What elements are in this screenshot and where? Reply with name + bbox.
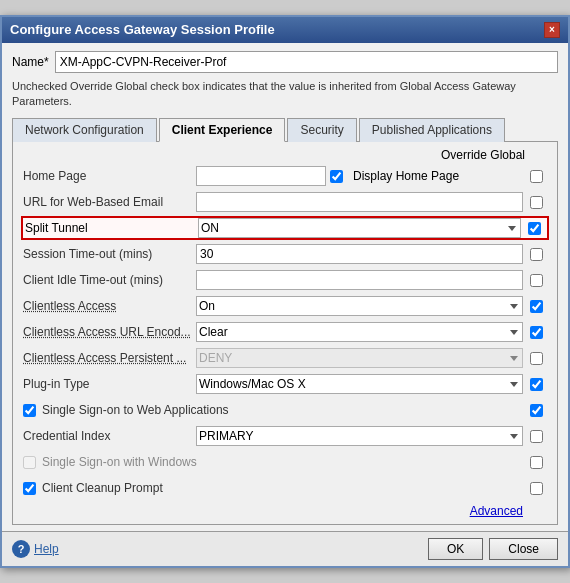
display-home-page-checkbox[interactable] [330, 170, 343, 183]
url-web-email-override-checkbox[interactable] [530, 196, 543, 209]
advanced-link[interactable]: Advanced [21, 504, 549, 518]
clientless-persistent-label: Clientless Access Persistent ... [21, 351, 196, 365]
client-idle-timeout-override-col [523, 274, 549, 287]
dialog-title: Configure Access Gateway Session Profile [10, 22, 275, 37]
sso-web-label: Single Sign-on to Web Applications [40, 403, 523, 417]
clientless-url-enc-select[interactable]: Clear OPAQUE ENCODE [196, 322, 523, 342]
clientless-url-enc-row: Clientless Access URL Encod... Clear OPA… [21, 320, 549, 344]
clientless-url-enc-label: Clientless Access URL Encod... [21, 325, 196, 339]
display-home-label: Display Home Page [353, 169, 459, 183]
client-idle-timeout-input[interactable] [196, 270, 523, 290]
dialog-body: Name* Unchecked Override Global check bo… [2, 43, 568, 532]
split-tunnel-override-checkbox[interactable] [528, 222, 541, 235]
url-web-email-label: URL for Web-Based Email [21, 195, 196, 209]
override-global-header: Override Global [21, 148, 549, 162]
footer: ? Help OK Close [2, 531, 568, 566]
session-timeout-override-checkbox[interactable] [530, 248, 543, 261]
content-area: Override Global Home Page Display Home P… [12, 142, 558, 525]
client-cleanup-label: Client Cleanup Prompt [40, 481, 523, 495]
plugin-type-select[interactable]: Windows/Mac OS X Windows Mac OS X [196, 374, 523, 394]
client-cleanup-row: Client Cleanup Prompt [21, 476, 549, 500]
client-cleanup-override-checkbox[interactable] [530, 482, 543, 495]
home-page-override-checkbox[interactable] [530, 170, 543, 183]
plugin-type-override-col [523, 378, 549, 391]
tab-published[interactable]: Published Applications [359, 118, 505, 142]
clientless-access-override-checkbox[interactable] [530, 300, 543, 313]
plugin-type-control: Windows/Mac OS X Windows Mac OS X [196, 374, 523, 394]
sso-windows-checkbox[interactable] [23, 456, 36, 469]
sso-windows-override-col [523, 456, 549, 469]
clientless-persistent-control: DENY ALLOW [196, 348, 523, 368]
sso-windows-row: Single Sign-on with Windows [21, 450, 549, 474]
credential-index-row: Credential Index PRIMARY SECONDARY [21, 424, 549, 448]
tab-client[interactable]: Client Experience [159, 118, 286, 142]
session-timeout-input[interactable] [196, 244, 523, 264]
home-page-row: Home Page Display Home Page [21, 164, 549, 188]
client-cleanup-override-col [523, 482, 549, 495]
sso-windows-label: Single Sign-on with Windows [40, 455, 523, 469]
client-idle-timeout-control [196, 270, 523, 290]
tabs-container: Network Configuration Client Experience … [12, 117, 558, 142]
ok-button[interactable]: OK [428, 538, 483, 560]
sso-windows-override-checkbox[interactable] [530, 456, 543, 469]
title-close-button[interactable]: × [544, 22, 560, 38]
clientless-persistent-row: Clientless Access Persistent ... DENY AL… [21, 346, 549, 370]
url-web-email-override-col [523, 196, 549, 209]
override-global-label: Override Global [441, 148, 525, 162]
tab-security[interactable]: Security [287, 118, 356, 142]
name-label: Name* [12, 55, 49, 69]
clientless-url-enc-control: Clear OPAQUE ENCODE [196, 322, 523, 342]
close-button[interactable]: Close [489, 538, 558, 560]
clientless-access-override-col [523, 300, 549, 313]
split-tunnel-control: ON OFF Reverse [198, 218, 521, 238]
session-timeout-override-col [523, 248, 549, 261]
clientless-persistent-override-col [523, 352, 549, 365]
plugin-type-override-checkbox[interactable] [530, 378, 543, 391]
session-timeout-row: Session Time-out (mins) [21, 242, 549, 266]
client-idle-timeout-override-checkbox[interactable] [530, 274, 543, 287]
title-bar: Configure Access Gateway Session Profile… [2, 17, 568, 43]
url-web-email-control [196, 192, 523, 212]
home-page-input[interactable] [196, 166, 326, 186]
clientless-access-label: Clientless Access [21, 299, 196, 313]
sso-web-row: Single Sign-on to Web Applications [21, 398, 549, 422]
credential-index-select[interactable]: PRIMARY SECONDARY [196, 426, 523, 446]
client-idle-timeout-row: Client Idle Time-out (mins) [21, 268, 549, 292]
clientless-url-enc-override-checkbox[interactable] [530, 326, 543, 339]
sso-web-override-col [523, 404, 549, 417]
home-page-control: Display Home Page [196, 166, 523, 186]
clientless-access-select[interactable]: On Off Disabled [196, 296, 523, 316]
split-tunnel-select[interactable]: ON OFF Reverse [198, 218, 521, 238]
split-tunnel-label: Split Tunnel [23, 221, 198, 235]
home-page-label: Home Page [21, 169, 196, 183]
clientless-persistent-override-checkbox[interactable] [530, 352, 543, 365]
clientless-access-row: Clientless Access On Off Disabled [21, 294, 549, 318]
clientless-url-enc-override-col [523, 326, 549, 339]
plugin-type-row: Plug-in Type Windows/Mac OS X Windows Ma… [21, 372, 549, 396]
client-idle-timeout-label: Client Idle Time-out (mins) [21, 273, 196, 287]
footer-buttons: OK Close [428, 538, 558, 560]
help-label[interactable]: Help [34, 542, 59, 556]
credential-index-label: Credential Index [21, 429, 196, 443]
footer-left: ? Help [12, 540, 59, 558]
configure-dialog: Configure Access Gateway Session Profile… [0, 15, 570, 569]
name-input[interactable] [55, 51, 558, 73]
credential-index-override-checkbox[interactable] [530, 430, 543, 443]
tab-network[interactable]: Network Configuration [12, 118, 157, 142]
sso-web-override-checkbox[interactable] [530, 404, 543, 417]
session-timeout-control [196, 244, 523, 264]
url-web-email-input[interactable] [196, 192, 523, 212]
split-tunnel-row: Split Tunnel ON OFF Reverse [21, 216, 549, 240]
sso-web-checkbox[interactable] [23, 404, 36, 417]
credential-index-override-col [523, 430, 549, 443]
clientless-access-control: On Off Disabled [196, 296, 523, 316]
help-icon[interactable]: ? [12, 540, 30, 558]
session-timeout-label: Session Time-out (mins) [21, 247, 196, 261]
clientless-persistent-select[interactable]: DENY ALLOW [196, 348, 523, 368]
hint-text: Unchecked Override Global check box indi… [12, 79, 558, 110]
credential-index-control: PRIMARY SECONDARY [196, 426, 523, 446]
name-row: Name* [12, 51, 558, 73]
home-page-override-col [523, 170, 549, 183]
split-tunnel-override-col [521, 222, 547, 235]
client-cleanup-checkbox[interactable] [23, 482, 36, 495]
